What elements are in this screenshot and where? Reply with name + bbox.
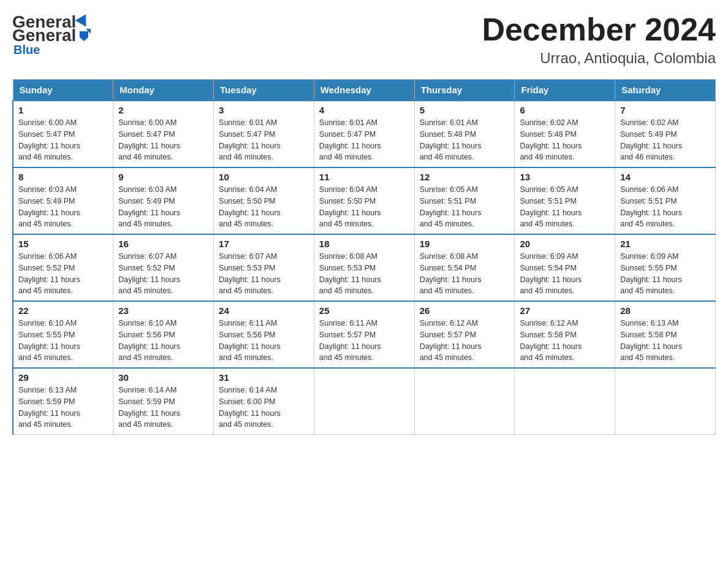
col-saturday: Saturday (615, 80, 716, 101)
table-row: 31Sunrise: 6:14 AMSunset: 6:00 PMDayligh… (214, 368, 314, 435)
day-info: Sunrise: 6:05 AMSunset: 5:51 PMDaylight:… (520, 184, 610, 230)
col-monday: Monday (113, 80, 214, 101)
day-number: 10 (219, 172, 309, 182)
table-row: 27Sunrise: 6:12 AMSunset: 5:58 PMDayligh… (515, 301, 615, 368)
day-number: 7 (620, 105, 710, 115)
day-number: 13 (520, 172, 610, 182)
day-number: 16 (118, 239, 208, 249)
day-info: Sunrise: 6:11 AMSunset: 5:56 PMDaylight:… (219, 318, 309, 364)
day-info: Sunrise: 6:07 AMSunset: 5:53 PMDaylight:… (219, 251, 309, 297)
calendar-week-row: 22Sunrise: 6:10 AMSunset: 5:55 PMDayligh… (13, 301, 716, 368)
calendar-header-row: Sunday Monday Tuesday Wednesday Thursday… (13, 80, 716, 101)
calendar-week-row: 8Sunrise: 6:03 AMSunset: 5:49 PMDaylight… (13, 167, 716, 234)
day-info: Sunrise: 6:06 AMSunset: 5:52 PMDaylight:… (18, 251, 108, 297)
day-info: Sunrise: 6:01 AMSunset: 5:47 PMDaylight:… (319, 117, 409, 163)
day-info: Sunrise: 6:14 AMSunset: 6:00 PMDaylight:… (219, 385, 309, 431)
table-row: 18Sunrise: 6:08 AMSunset: 5:53 PMDayligh… (314, 234, 414, 301)
table-row: 16Sunrise: 6:07 AMSunset: 5:52 PMDayligh… (113, 234, 214, 301)
table-row: 22Sunrise: 6:10 AMSunset: 5:55 PMDayligh… (13, 301, 113, 368)
col-wednesday: Wednesday (314, 80, 414, 101)
table-row: 24Sunrise: 6:11 AMSunset: 5:56 PMDayligh… (214, 301, 314, 368)
day-number: 3 (219, 105, 309, 115)
day-info: Sunrise: 6:00 AMSunset: 5:47 PMDaylight:… (18, 117, 108, 163)
day-info: Sunrise: 6:13 AMSunset: 5:59 PMDaylight:… (18, 385, 108, 431)
table-row: 12Sunrise: 6:05 AMSunset: 5:51 PMDayligh… (414, 167, 515, 234)
subtitle: Urrao, Antioquia, Colombia (482, 50, 716, 67)
day-number: 25 (319, 305, 409, 316)
table-row: 9Sunrise: 6:03 AMSunset: 5:49 PMDaylight… (113, 167, 214, 234)
day-info: Sunrise: 6:11 AMSunset: 5:57 PMDaylight:… (319, 318, 409, 364)
table-row: 20Sunrise: 6:09 AMSunset: 5:54 PMDayligh… (515, 234, 615, 301)
calendar-table: Sunday Monday Tuesday Wednesday Thursday… (12, 79, 716, 435)
table-row: 30Sunrise: 6:14 AMSunset: 5:59 PMDayligh… (113, 368, 214, 435)
day-info: Sunrise: 6:01 AMSunset: 5:47 PMDaylight:… (219, 117, 309, 163)
table-row: 3Sunrise: 6:01 AMSunset: 5:47 PMDaylight… (214, 101, 314, 167)
day-number: 5 (420, 105, 510, 115)
table-row: 7Sunrise: 6:02 AMSunset: 5:49 PMDaylight… (615, 101, 716, 167)
day-info: Sunrise: 6:07 AMSunset: 5:52 PMDaylight:… (118, 251, 208, 297)
col-tuesday: Tuesday (214, 80, 314, 101)
table-row: 19Sunrise: 6:08 AMSunset: 5:54 PMDayligh… (414, 234, 515, 301)
table-row: 25Sunrise: 6:11 AMSunset: 5:57 PMDayligh… (314, 301, 414, 368)
day-info: Sunrise: 6:06 AMSunset: 5:51 PMDaylight:… (620, 184, 710, 230)
day-info: Sunrise: 6:05 AMSunset: 5:51 PMDaylight:… (420, 184, 510, 230)
table-row: 8Sunrise: 6:03 AMSunset: 5:49 PMDaylight… (13, 167, 113, 234)
table-row: 2Sunrise: 6:00 AMSunset: 5:47 PMDaylight… (113, 101, 214, 167)
table-row: 28Sunrise: 6:13 AMSunset: 5:58 PMDayligh… (615, 301, 716, 368)
logo: General General Blue (12, 12, 92, 57)
day-number: 4 (319, 105, 409, 115)
table-row: 13Sunrise: 6:05 AMSunset: 5:51 PMDayligh… (515, 167, 615, 234)
day-number: 24 (219, 305, 309, 316)
day-info: Sunrise: 6:12 AMSunset: 5:57 PMDaylight:… (420, 318, 510, 364)
day-number: 19 (420, 239, 510, 249)
table-row (515, 368, 615, 435)
day-number: 8 (18, 172, 108, 182)
day-info: Sunrise: 6:04 AMSunset: 5:50 PMDaylight:… (319, 184, 409, 230)
day-info: Sunrise: 6:01 AMSunset: 5:48 PMDaylight:… (420, 117, 510, 163)
table-row (414, 368, 515, 435)
day-number: 14 (620, 172, 710, 182)
calendar-week-row: 15Sunrise: 6:06 AMSunset: 5:52 PMDayligh… (13, 234, 716, 301)
day-number: 27 (520, 305, 610, 316)
table-row: 10Sunrise: 6:04 AMSunset: 5:50 PMDayligh… (214, 167, 314, 234)
day-info: Sunrise: 6:10 AMSunset: 5:55 PMDaylight:… (18, 318, 108, 364)
day-info: Sunrise: 6:08 AMSunset: 5:54 PMDaylight:… (420, 251, 510, 297)
svg-marker-0 (80, 31, 88, 41)
day-number: 2 (118, 105, 208, 115)
col-sunday: Sunday (13, 80, 113, 101)
table-row: 11Sunrise: 6:04 AMSunset: 5:50 PMDayligh… (314, 167, 414, 234)
day-number: 22 (18, 305, 108, 316)
day-number: 17 (219, 239, 309, 249)
day-info: Sunrise: 6:03 AMSunset: 5:49 PMDaylight:… (118, 184, 208, 230)
day-info: Sunrise: 6:04 AMSunset: 5:50 PMDaylight:… (219, 184, 309, 230)
day-number: 11 (319, 172, 409, 182)
day-info: Sunrise: 6:14 AMSunset: 5:59 PMDaylight:… (118, 385, 208, 431)
table-row: 5Sunrise: 6:01 AMSunset: 5:48 PMDaylight… (414, 101, 515, 167)
day-info: Sunrise: 6:10 AMSunset: 5:56 PMDaylight:… (118, 318, 208, 364)
table-row: 21Sunrise: 6:09 AMSunset: 5:55 PMDayligh… (615, 234, 716, 301)
day-number: 20 (520, 239, 610, 249)
table-row: 29Sunrise: 6:13 AMSunset: 5:59 PMDayligh… (13, 368, 113, 435)
title-block: December 2024 Urrao, Antioquia, Colombia (482, 12, 716, 67)
day-number: 9 (118, 172, 208, 182)
day-number: 31 (219, 372, 309, 383)
day-info: Sunrise: 6:02 AMSunset: 5:49 PMDaylight:… (620, 117, 710, 163)
main-title: December 2024 (482, 12, 716, 47)
logo-blue-label: Blue (13, 43, 40, 57)
day-number: 18 (319, 239, 409, 249)
table-row: 26Sunrise: 6:12 AMSunset: 5:57 PMDayligh… (414, 301, 515, 368)
col-thursday: Thursday (414, 80, 515, 101)
logo-arrow-icon (77, 29, 91, 42)
day-number: 28 (620, 305, 710, 316)
day-number: 29 (18, 372, 108, 383)
table-row (314, 368, 414, 435)
table-row: 14Sunrise: 6:06 AMSunset: 5:51 PMDayligh… (615, 167, 716, 234)
table-row: 23Sunrise: 6:10 AMSunset: 5:56 PMDayligh… (113, 301, 214, 368)
day-info: Sunrise: 6:03 AMSunset: 5:49 PMDaylight:… (18, 184, 108, 230)
day-number: 21 (620, 239, 710, 249)
day-number: 15 (18, 239, 108, 249)
table-row (615, 368, 716, 435)
day-number: 12 (420, 172, 510, 182)
day-info: Sunrise: 6:12 AMSunset: 5:58 PMDaylight:… (520, 318, 610, 364)
day-info: Sunrise: 6:09 AMSunset: 5:55 PMDaylight:… (620, 251, 710, 297)
